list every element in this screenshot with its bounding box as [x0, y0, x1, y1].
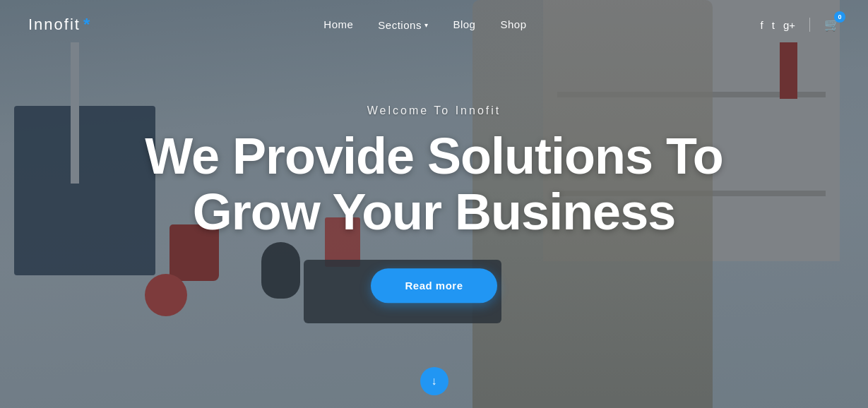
hero-section: Innofit * Home Sections ▾ Blog Shop: [0, 0, 868, 408]
nav-divider: [809, 18, 810, 32]
google-plus-icon[interactable]: g+: [783, 19, 795, 31]
read-more-button[interactable]: Read more: [371, 269, 497, 304]
nav-item-blog[interactable]: Blog: [453, 18, 475, 31]
nav-item-sections[interactable]: Sections ▾: [378, 19, 428, 31]
scroll-indicator-button[interactable]: ↓: [420, 367, 448, 395]
hero-title-line2: Grow Your Business: [193, 184, 676, 241]
nav-link-sections[interactable]: Sections ▾: [378, 19, 428, 31]
nav-link-shop[interactable]: Shop: [500, 18, 526, 30]
hero-title-line1: We Provide Solutions To: [145, 128, 723, 184]
cart-badge: 0: [834, 11, 845, 23]
facebook-icon[interactable]: f: [761, 19, 763, 31]
scroll-arrow-icon: ↓: [432, 376, 437, 387]
nav-item-home[interactable]: Home: [323, 18, 353, 31]
chevron-down-icon: ▾: [424, 21, 429, 29]
nav-links: Home Sections ▾ Blog Shop: [323, 18, 526, 31]
logo[interactable]: Innofit *: [28, 15, 90, 35]
twitter-icon[interactable]: t: [772, 19, 775, 31]
nav-item-shop[interactable]: Shop: [500, 18, 526, 31]
hero-content: Welcome To Innofit We Provide Solutions …: [117, 104, 752, 303]
navbar: Innofit * Home Sections ▾ Blog Shop: [0, 0, 868, 49]
hero-subtitle: Welcome To Innofit: [117, 104, 752, 117]
logo-asterisk: *: [83, 15, 90, 35]
social-icons: f t g+: [761, 19, 795, 31]
nav-link-home[interactable]: Home: [323, 18, 353, 30]
nav-link-blog[interactable]: Blog: [453, 18, 475, 30]
logo-text: Innofit: [28, 16, 81, 34]
cart-button[interactable]: 🛒 0: [824, 17, 840, 32]
nav-right: f t g+ 🛒 0: [761, 17, 840, 32]
hero-title: We Provide Solutions To Grow Your Busine…: [117, 128, 752, 240]
